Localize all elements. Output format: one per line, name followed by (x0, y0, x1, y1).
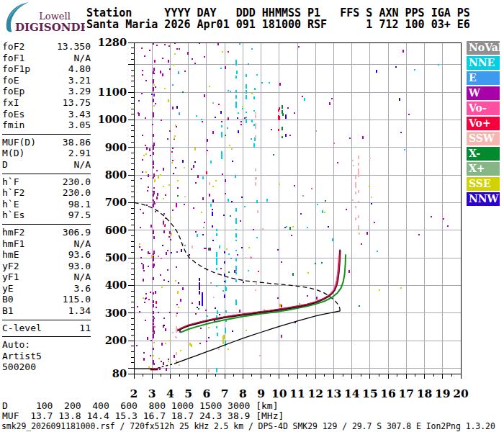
y-tick-label: 800 (105, 168, 127, 181)
y-tick-label: 400 (105, 279, 127, 291)
x-tick-label: 8 (239, 387, 247, 400)
color-legend: NoValNNEEWVo-Vo+SSWX-X+SSENNW (467, 41, 500, 207)
y-tick-label: 80 (112, 367, 127, 379)
x-tick-label: 2 (130, 387, 138, 400)
y-tick-label: 1280 (98, 36, 127, 48)
legend-item-X+: X+ (467, 162, 500, 176)
x-tick-label: 13 (326, 387, 342, 400)
y-tick-label: 700 (105, 196, 127, 208)
x-tick-label: 6 (202, 387, 210, 400)
y-tick-label: 500 (105, 251, 127, 264)
legend-item-X-: X- (467, 147, 500, 161)
legend-item-Vo-: Vo- (467, 102, 500, 115)
x-tick-label: 17 (399, 387, 415, 400)
x-tick-label: 4 (166, 387, 174, 400)
ionogram-plot: 1280110010009008007006005004003002008023… (0, 0, 504, 432)
legend-item-SSE: SSE (467, 177, 500, 191)
topside-profile-dashed (134, 202, 340, 311)
legend-item-Vo+: Vo+ (467, 117, 500, 130)
legend-item-NNW: NNW (467, 192, 500, 206)
legend-item-E: E (467, 71, 500, 85)
x-tick-label: 9 (257, 387, 265, 400)
x-tick-label: 12 (307, 387, 323, 400)
x-tick-label: 15 (362, 387, 378, 400)
x-tick-label: 5 (184, 387, 192, 400)
legend-item-SSW: SSW (467, 132, 500, 145)
muf-row: MUF 13.7 13.8 14.4 15.3 16.7 18.7 24.3 3… (2, 411, 284, 420)
y-tick-label: 300 (105, 307, 127, 319)
x-tick-label: 19 (435, 387, 451, 400)
trace-layer (134, 202, 346, 369)
x-tick-label: 7 (221, 387, 229, 400)
distance-row: D 100 200 400 600 800 1000 1500 3000 [km… (2, 401, 279, 410)
x-tick-label: 10 (271, 387, 287, 400)
status-line: smk29_2026091181000.rsf / 720fx512h 25 k… (1, 422, 495, 431)
x-tick-label: 16 (380, 387, 396, 400)
y-tick-label: 200 (105, 334, 127, 346)
x-tick-label: 11 (289, 387, 305, 400)
x-tick-label: 20 (453, 387, 469, 400)
doppler-pink-overlay (330, 256, 338, 294)
x-tick-label: 3 (148, 387, 156, 400)
y-tick-label: 1100 (98, 86, 127, 98)
y-tick-label: 600 (105, 224, 127, 236)
x-tick-label: 14 (344, 387, 360, 400)
y-tick-label: 1000 (98, 113, 127, 125)
x-tick-label: 18 (417, 387, 433, 400)
legend-item-NNE: NNE (467, 56, 500, 70)
legend-item-NoVal: NoVal (467, 41, 500, 55)
legend-item-W: W (467, 86, 500, 100)
y-tick-label: 900 (105, 141, 127, 153)
